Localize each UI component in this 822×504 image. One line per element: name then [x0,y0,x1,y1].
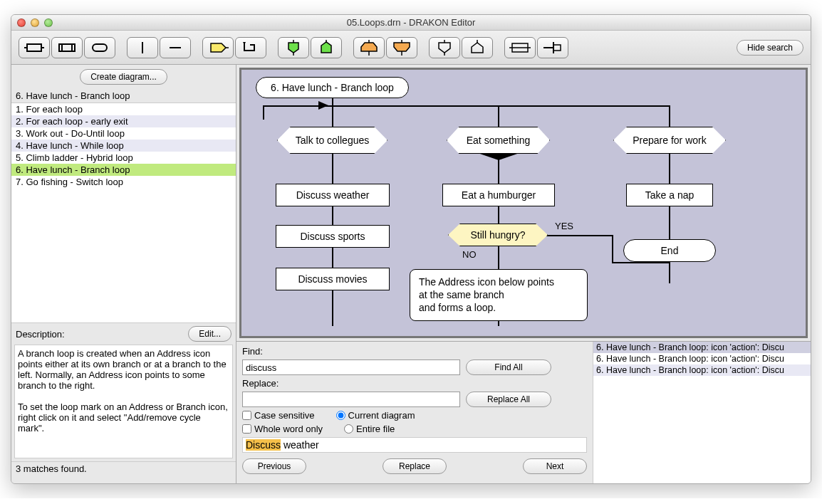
list-item[interactable]: 3. Work out - Do-Until loop [11,127,236,140]
tool-loop-end-icon[interactable] [386,37,417,58]
toolbar: Hide search [11,31,811,65]
svg-marker-23 [439,43,450,53]
description-text: A branch loop is created when an Address… [14,345,233,458]
tool-branch-icon[interactable] [278,37,309,58]
branch-header-talk[interactable]: Talk to collegues [277,127,387,154]
tool-insertion-icon[interactable] [51,37,83,58]
tool-horizontal-icon[interactable] [160,37,191,58]
previous-button[interactable]: Previous [242,458,306,474]
find-label: Find: [242,346,587,357]
svg-marker-12 [288,43,298,53]
svg-marker-9 [211,43,226,52]
svg-rect-6 [93,44,107,51]
next-button[interactable]: Next [523,458,587,474]
entire-file-radio[interactable]: Entire file [344,424,395,434]
current-diagram-radio[interactable]: Current diagram [336,410,415,421]
action-weather[interactable]: Discuss weather [276,184,390,206]
diagram-title-node[interactable]: 6. Have lunch - Branch loop [256,77,409,98]
search-panel: Find: Find All Replace: Replace All Case… [236,341,811,483]
description-label: Description: [16,329,65,340]
action-movies[interactable]: Discuss movies [276,268,390,290]
create-diagram-button[interactable]: Create diagram... [80,69,167,85]
svg-marker-11 [243,42,246,45]
svg-marker-20 [394,43,410,51]
tool-address-icon[interactable] [311,37,342,58]
result-item[interactable]: 6. Have lunch - Branch loop: icon 'actio… [593,342,811,353]
tool-shelf-icon[interactable] [504,37,536,58]
list-item[interactable]: 4. Have lunch - While loop [11,140,236,152]
find-all-button[interactable]: Find All [466,359,551,375]
find-input[interactable] [242,359,460,375]
tool-vertical-icon[interactable] [127,37,158,58]
action-sports[interactable]: Discuss sports [276,225,390,248]
tool-output-icon[interactable] [462,37,493,58]
hide-search-button[interactable]: Hide search [737,40,803,56]
whole-word-checkbox[interactable]: Whole word only [242,424,323,434]
svg-marker-35 [318,101,328,110]
edit-button[interactable]: Edit... [188,326,231,342]
tool-loop-start-icon[interactable] [353,37,385,58]
branch-header-prepare[interactable]: Prepare for work [613,127,726,154]
tool-action-icon[interactable] [19,37,50,58]
replace-all-button[interactable]: Replace All [466,392,551,407]
svg-rect-34 [553,45,561,51]
svg-marker-15 [321,42,331,53]
branch-header-eat[interactable]: Eat something [447,127,550,154]
search-results: 6. Have lunch - Branch loop: icon 'actio… [593,342,811,483]
case-sensitive-checkbox[interactable]: Case sensitive [242,410,315,421]
decision-hungry[interactable]: Still hungry? [448,224,548,246]
list-item[interactable]: 5. Climb ladder - Hybrid loop [11,152,236,164]
sidebar: Create diagram... 6. Have lunch - Branch… [11,65,236,483]
svg-marker-17 [361,43,377,51]
tool-if-icon[interactable] [202,37,234,58]
tool-connector-icon[interactable] [537,37,568,58]
action-nap[interactable]: Take a nap [626,184,713,206]
result-item[interactable]: 6. Have lunch - Branch loop: icon 'actio… [593,364,811,376]
diagram-list: 1. For each loop 2. For each loop - earl… [11,103,236,323]
tool-select-icon[interactable] [235,37,266,58]
svg-marker-26 [472,43,483,53]
label-no: NO [462,249,477,260]
result-item[interactable]: 6. Have lunch - Branch loop: icon 'actio… [593,353,811,364]
titlebar: 05.Loops.drn - DRAKON Editor [11,15,811,31]
tool-input-icon[interactable] [429,37,460,58]
action-hamburger[interactable]: Eat a humburger [442,184,555,206]
list-item[interactable]: 2. For each loop - early exit [11,115,236,127]
list-item[interactable]: 6. Have lunch - Branch loop [11,164,236,176]
list-item[interactable]: 7. Go fishing - Switch loop [11,176,236,188]
selected-diagram-title: 6. Have lunch - Branch loop [11,89,236,103]
canvas[interactable]: 6. Have lunch - Branch loop Talk to coll… [239,68,808,338]
svg-rect-0 [27,44,41,51]
list-item[interactable]: 1. For each loop [11,103,236,115]
window: 05.Loops.drn - DRAKON Editor [11,14,811,484]
end-node[interactable]: End [623,239,716,262]
replace-input[interactable] [242,392,460,407]
current-match: Discuss weather [242,437,587,453]
replace-label: Replace: [242,378,587,389]
comment-node[interactable]: The Address icon below points at the sam… [410,269,588,321]
window-title: 05.Loops.drn - DRAKON Editor [11,17,811,28]
replace-button[interactable]: Replace [383,458,447,474]
status-bar: 3 matches found. [11,461,236,476]
tool-start-end-icon[interactable] [84,37,115,58]
label-yes: YES [555,221,573,231]
